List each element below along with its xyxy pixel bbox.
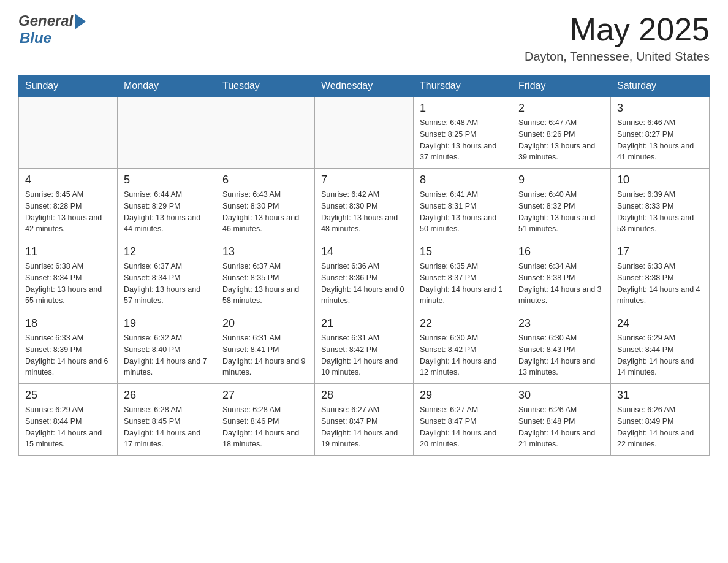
day-header-monday: Monday [118, 75, 216, 97]
day-number: 15 [420, 245, 506, 258]
sun-info: Sunrise: 6:28 AMSunset: 8:46 PMDaylight:… [222, 404, 308, 450]
day-header-sunday: Sunday [19, 75, 118, 97]
day-number: 31 [617, 389, 703, 402]
calendar-cell: 17Sunrise: 6:33 AMSunset: 8:38 PMDayligh… [611, 240, 710, 312]
sun-info: Sunrise: 6:43 AMSunset: 8:30 PMDaylight:… [222, 189, 308, 235]
logo-blue-text: Blue [20, 29, 51, 47]
day-number: 23 [518, 317, 604, 330]
sun-info: Sunrise: 6:47 AMSunset: 8:26 PMDaylight:… [518, 117, 604, 163]
calendar-cell: 31Sunrise: 6:26 AMSunset: 8:49 PMDayligh… [611, 384, 710, 456]
sun-info: Sunrise: 6:48 AMSunset: 8:25 PMDaylight:… [420, 117, 506, 163]
calendar-cell: 5Sunrise: 6:44 AMSunset: 8:29 PMDaylight… [118, 169, 216, 240]
sun-info: Sunrise: 6:29 AMSunset: 8:44 PMDaylight:… [25, 404, 111, 450]
day-number: 8 [420, 174, 506, 186]
calendar-cell: 29Sunrise: 6:27 AMSunset: 8:47 PMDayligh… [414, 384, 512, 456]
day-number: 3 [617, 102, 703, 115]
calendar-cell: 23Sunrise: 6:30 AMSunset: 8:43 PMDayligh… [512, 312, 611, 384]
sun-info: Sunrise: 6:35 AMSunset: 8:37 PMDaylight:… [420, 261, 506, 307]
sun-info: Sunrise: 6:31 AMSunset: 8:41 PMDaylight:… [222, 332, 308, 378]
sun-info: Sunrise: 6:44 AMSunset: 8:29 PMDaylight:… [124, 189, 210, 235]
day-header-saturday: Saturday [611, 75, 710, 97]
sun-info: Sunrise: 6:38 AMSunset: 8:34 PMDaylight:… [25, 261, 111, 307]
calendar-cell: 1Sunrise: 6:48 AMSunset: 8:25 PMDaylight… [414, 97, 512, 169]
calendar-week-row: 4Sunrise: 6:45 AMSunset: 8:28 PMDaylight… [19, 169, 710, 240]
sun-info: Sunrise: 6:46 AMSunset: 8:27 PMDaylight:… [617, 117, 703, 163]
calendar-cell: 3Sunrise: 6:46 AMSunset: 8:27 PMDaylight… [611, 97, 710, 169]
calendar-cell: 25Sunrise: 6:29 AMSunset: 8:44 PMDayligh… [19, 384, 118, 456]
day-number: 22 [420, 317, 506, 330]
calendar-cell: 10Sunrise: 6:39 AMSunset: 8:33 PMDayligh… [611, 169, 710, 240]
sun-info: Sunrise: 6:33 AMSunset: 8:39 PMDaylight:… [25, 332, 111, 378]
sun-info: Sunrise: 6:45 AMSunset: 8:28 PMDaylight:… [25, 189, 111, 235]
sun-info: Sunrise: 6:32 AMSunset: 8:40 PMDaylight:… [124, 332, 210, 378]
calendar-cell: 24Sunrise: 6:29 AMSunset: 8:44 PMDayligh… [611, 312, 710, 384]
sun-info: Sunrise: 6:27 AMSunset: 8:47 PMDaylight:… [420, 404, 506, 450]
calendar-cell: 30Sunrise: 6:26 AMSunset: 8:48 PMDayligh… [512, 384, 611, 456]
day-number: 12 [124, 245, 210, 258]
calendar-cell: 21Sunrise: 6:31 AMSunset: 8:42 PMDayligh… [315, 312, 414, 384]
calendar-header-row: SundayMondayTuesdayWednesdayThursdayFrid… [19, 75, 710, 97]
calendar-cell: 22Sunrise: 6:30 AMSunset: 8:42 PMDayligh… [414, 312, 512, 384]
sun-info: Sunrise: 6:39 AMSunset: 8:33 PMDaylight:… [617, 189, 703, 235]
calendar-cell: 12Sunrise: 6:37 AMSunset: 8:34 PMDayligh… [118, 240, 216, 312]
calendar-cell [216, 97, 315, 169]
title-block: May 2025 Dayton, Tennessee, United State… [525, 12, 710, 64]
day-number: 14 [321, 245, 407, 258]
day-number: 6 [222, 174, 308, 186]
day-number: 2 [518, 102, 604, 115]
sun-info: Sunrise: 6:37 AMSunset: 8:34 PMDaylight:… [124, 261, 210, 307]
day-number: 20 [222, 317, 308, 330]
calendar-week-row: 25Sunrise: 6:29 AMSunset: 8:44 PMDayligh… [19, 384, 710, 456]
calendar-cell: 8Sunrise: 6:41 AMSunset: 8:31 PMDaylight… [414, 169, 512, 240]
sun-info: Sunrise: 6:26 AMSunset: 8:48 PMDaylight:… [518, 404, 604, 450]
day-header-wednesday: Wednesday [315, 75, 414, 97]
day-header-tuesday: Tuesday [216, 75, 315, 97]
calendar-cell: 28Sunrise: 6:27 AMSunset: 8:47 PMDayligh… [315, 384, 414, 456]
day-number: 21 [321, 317, 407, 330]
sun-info: Sunrise: 6:30 AMSunset: 8:43 PMDaylight:… [518, 332, 604, 378]
day-number: 19 [124, 317, 210, 330]
logo-general-text: General [18, 12, 73, 29]
calendar-cell: 7Sunrise: 6:42 AMSunset: 8:30 PMDaylight… [315, 169, 414, 240]
calendar-table: SundayMondayTuesdayWednesdayThursdayFrid… [18, 75, 710, 456]
sun-info: Sunrise: 6:34 AMSunset: 8:38 PMDaylight:… [518, 261, 604, 307]
day-number: 10 [617, 174, 703, 186]
calendar-cell: 4Sunrise: 6:45 AMSunset: 8:28 PMDaylight… [19, 169, 118, 240]
page-header: General Blue May 2025 Dayton, Tennessee,… [18, 12, 710, 64]
location-title: Dayton, Tennessee, United States [525, 50, 710, 64]
logo: General Blue [18, 12, 86, 47]
day-number: 30 [518, 389, 604, 402]
day-number: 11 [25, 245, 111, 258]
day-number: 29 [420, 389, 506, 402]
sun-info: Sunrise: 6:41 AMSunset: 8:31 PMDaylight:… [420, 189, 506, 235]
sun-info: Sunrise: 6:29 AMSunset: 8:44 PMDaylight:… [617, 332, 703, 378]
sun-info: Sunrise: 6:42 AMSunset: 8:30 PMDaylight:… [321, 189, 407, 235]
day-header-friday: Friday [512, 75, 611, 97]
day-number: 13 [222, 245, 308, 258]
calendar-cell: 26Sunrise: 6:28 AMSunset: 8:45 PMDayligh… [118, 384, 216, 456]
day-number: 17 [617, 245, 703, 258]
sun-info: Sunrise: 6:37 AMSunset: 8:35 PMDaylight:… [222, 261, 308, 307]
day-number: 5 [124, 174, 210, 186]
sun-info: Sunrise: 6:28 AMSunset: 8:45 PMDaylight:… [124, 404, 210, 450]
calendar-cell: 2Sunrise: 6:47 AMSunset: 8:26 PMDaylight… [512, 97, 611, 169]
day-number: 24 [617, 317, 703, 330]
calendar-cell: 6Sunrise: 6:43 AMSunset: 8:30 PMDaylight… [216, 169, 315, 240]
day-number: 9 [518, 174, 604, 186]
day-number: 27 [222, 389, 308, 402]
sun-info: Sunrise: 6:36 AMSunset: 8:36 PMDaylight:… [321, 261, 407, 307]
logo-arrow-icon [75, 13, 86, 29]
sun-info: Sunrise: 6:33 AMSunset: 8:38 PMDaylight:… [617, 261, 703, 307]
sun-info: Sunrise: 6:40 AMSunset: 8:32 PMDaylight:… [518, 189, 604, 235]
calendar-week-row: 11Sunrise: 6:38 AMSunset: 8:34 PMDayligh… [19, 240, 710, 312]
day-number: 7 [321, 174, 407, 186]
day-number: 26 [124, 389, 210, 402]
sun-info: Sunrise: 6:31 AMSunset: 8:42 PMDaylight:… [321, 332, 407, 378]
calendar-cell: 11Sunrise: 6:38 AMSunset: 8:34 PMDayligh… [19, 240, 118, 312]
calendar-cell: 14Sunrise: 6:36 AMSunset: 8:36 PMDayligh… [315, 240, 414, 312]
day-number: 25 [25, 389, 111, 402]
calendar-cell [19, 97, 118, 169]
month-title: May 2025 [525, 12, 710, 47]
day-number: 4 [25, 174, 111, 186]
calendar-cell: 19Sunrise: 6:32 AMSunset: 8:40 PMDayligh… [118, 312, 216, 384]
